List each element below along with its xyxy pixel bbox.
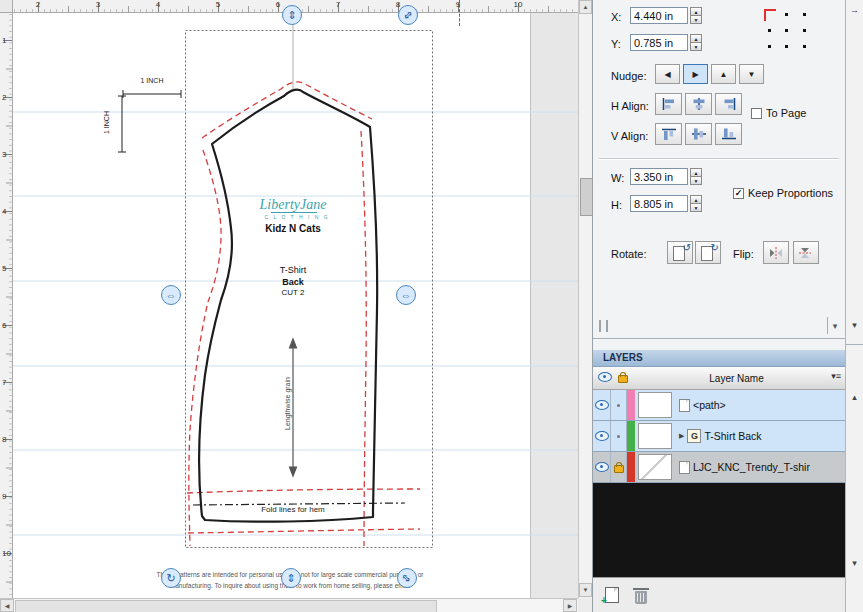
handle-bottom-center[interactable]: ⇕: [281, 568, 301, 588]
anchor-dot[interactable]: [761, 22, 778, 38]
layer-row-path[interactable]: <path>: [593, 390, 845, 421]
layer-thumbnail[interactable]: [635, 452, 675, 482]
anchor-dot[interactable]: [796, 6, 813, 22]
align-middle-button[interactable]: [685, 123, 712, 145]
scroll-left-button[interactable]: ◀: [0, 599, 14, 612]
collapse-panel-icon[interactable]: →: [848, 3, 861, 16]
align-center-button[interactable]: [685, 93, 712, 115]
anchor-dot[interactable]: [796, 38, 813, 54]
align-top-button[interactable]: [655, 123, 682, 145]
scroll-down-button[interactable]: ▼: [579, 583, 592, 597]
layer-thumbnail[interactable]: [635, 390, 675, 420]
panel-scroll-down-icon[interactable]: ▾: [827, 317, 842, 334]
anchor-dot[interactable]: [761, 38, 778, 54]
piece-side-text[interactable]: Back: [282, 277, 304, 287]
canvas-vertical-scrollbar[interactable]: ▲ ▼: [578, 0, 592, 598]
ruler-mark: 6: [276, 0, 280, 9]
nudge-down-button[interactable]: ▼: [739, 64, 764, 84]
piece-name-text[interactable]: T-Shirt: [280, 265, 307, 275]
layer-name[interactable]: <path>: [693, 399, 726, 411]
nudge-left-button[interactable]: ◀: [655, 64, 680, 84]
layers-scroll-up-icon[interactable]: ▴: [848, 390, 861, 403]
to-page-checkbox[interactable]: [751, 108, 762, 119]
canvas-horizontal-scrollbar[interactable]: ◀ ▶: [0, 598, 578, 612]
rotate-right-button[interactable]: ↻: [695, 241, 721, 264]
w-spin-down-button[interactable]: ▼: [690, 176, 702, 185]
x-spin-down-button[interactable]: ▼: [690, 15, 702, 24]
handle-bottom-right[interactable]: ⇕: [397, 568, 417, 588]
anchor-dot[interactable]: [778, 22, 795, 38]
vertical-scroll-thumb[interactable]: [580, 178, 593, 216]
x-input[interactable]: [630, 7, 688, 24]
anchor-dot[interactable]: [796, 22, 813, 38]
nudge-right-button[interactable]: ▶: [683, 64, 708, 84]
divider: [599, 158, 839, 160]
width-input[interactable]: [630, 168, 688, 185]
ruler-mark: 9: [2, 492, 6, 501]
document-canvas[interactable]: 1 INCH 1 INCH LibertyJane C L O T H I N …: [0, 0, 578, 598]
eye-icon[interactable]: [595, 462, 609, 472]
rotate-left-icon: ↺: [683, 242, 691, 253]
panel-scroll-column: → ▾ ▴ ▾: [845, 0, 863, 612]
handle-bottom-left-rotate[interactable]: ↻: [161, 568, 181, 588]
layers-scroll-down-icon[interactable]: ▾: [848, 556, 861, 569]
transform-scroll-down-icon[interactable]: ▾: [848, 318, 861, 331]
h-spin-down-button[interactable]: ▼: [690, 203, 702, 212]
anchor-dot[interactable]: [778, 38, 795, 54]
layers-menu-icon[interactable]: ▾≡: [831, 371, 841, 381]
ruler-corner: [0, 0, 13, 13]
panel-resize-grip[interactable]: [599, 320, 608, 332]
ruler-mark: 5: [216, 0, 220, 9]
flip-horizontal-button[interactable]: [763, 241, 789, 264]
align-bottom-icon: [721, 127, 737, 141]
delete-layer-button[interactable]: [635, 591, 647, 604]
align-bottom-button[interactable]: [715, 123, 742, 145]
align-right-button[interactable]: [715, 93, 742, 115]
scroll-right-button[interactable]: ▶: [563, 599, 577, 612]
y-input[interactable]: [630, 34, 688, 51]
expander-icon[interactable]: ▶: [679, 432, 684, 440]
keep-proportions-checkbox[interactable]: ✓: [733, 188, 744, 199]
lock-column-lock-icon[interactable]: [618, 375, 628, 383]
layer-name-column-header: Layer Name: [628, 373, 845, 384]
h-align-label: H Align:: [611, 100, 649, 112]
handle-top-right[interactable]: ⇕: [398, 5, 418, 25]
brand-line-text[interactable]: Kidz N Cats: [265, 223, 321, 234]
lock-icon[interactable]: [614, 465, 624, 473]
layer-name[interactable]: LJC_KNC_Trendy_T-shir: [693, 461, 810, 473]
eye-icon[interactable]: [595, 400, 609, 410]
visibility-column-eye-icon[interactable]: [598, 372, 612, 382]
layer-thumbnail[interactable]: [635, 421, 675, 451]
rotate-left-button[interactable]: ↺: [667, 241, 693, 264]
eye-icon[interactable]: [595, 431, 609, 441]
align-left-button[interactable]: [655, 93, 682, 115]
logo-underline: [271, 212, 317, 213]
brand-logo[interactable]: LibertyJane: [260, 197, 327, 213]
to-page-option[interactable]: To Page: [751, 107, 806, 119]
anchor-point-selector[interactable]: [761, 6, 813, 54]
flip-vertical-button[interactable]: [793, 241, 819, 264]
horizontal-scroll-thumb[interactable]: [15, 600, 437, 612]
lock-placeholder-dot[interactable]: [617, 404, 620, 407]
keep-proportions-option[interactable]: ✓ Keep Proportions: [733, 187, 833, 199]
add-layer-button[interactable]: [605, 587, 619, 603]
anchor-dot[interactable]: [778, 6, 795, 22]
layer-row-ljc-knc[interactable]: LJC_KNC_Trendy_T-shir: [593, 452, 845, 483]
ruler-mark: 8: [2, 435, 6, 444]
layer-row-tshirt-back[interactable]: ▶ G T-Shirt Back: [593, 421, 845, 452]
scroll-up-button[interactable]: ▲: [579, 0, 592, 14]
nudge-up-button[interactable]: ▲: [711, 64, 736, 84]
cut-info-text[interactable]: CUT 2: [282, 288, 305, 297]
rotate-label: Rotate:: [611, 248, 646, 260]
height-input[interactable]: [630, 195, 688, 212]
lock-placeholder-dot[interactable]: [617, 435, 620, 438]
handle-top-center[interactable]: ⇕: [282, 5, 302, 25]
handle-middle-right[interactable]: ⇔: [396, 285, 416, 305]
anchor-top-left-selected[interactable]: [761, 6, 778, 22]
scale-h-label: 1 INCH: [141, 77, 164, 84]
layer-name[interactable]: T-Shirt Back: [704, 430, 761, 442]
align-center-icon: [691, 97, 707, 111]
y-spin-down-button[interactable]: ▼: [690, 42, 702, 51]
align-top-icon: [661, 127, 677, 141]
handle-middle-left[interactable]: ⇔: [161, 285, 181, 305]
